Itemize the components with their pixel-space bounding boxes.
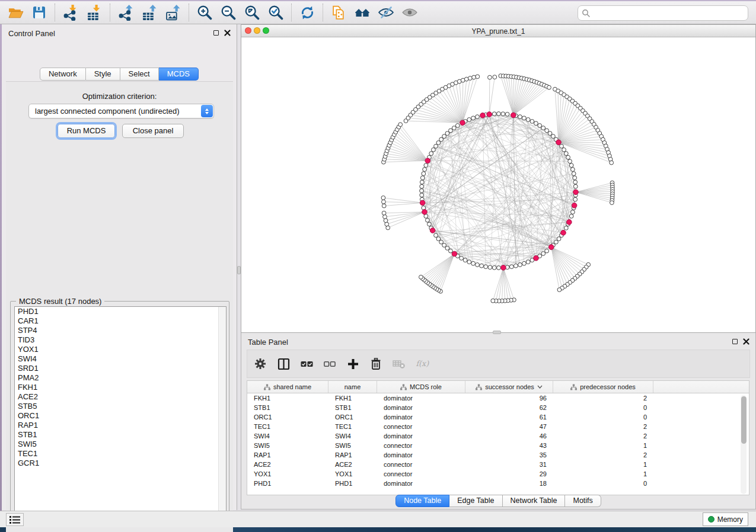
cell-shared-name[interactable]: ORC1: [247, 412, 328, 422]
mcds-result-item[interactable]: STP4: [15, 326, 226, 335]
cell-MCDS-role[interactable]: dominator: [377, 403, 465, 412]
mcds-result-item[interactable]: STB1: [15, 430, 226, 440]
cell-shared-name[interactable]: FKH1: [247, 393, 328, 403]
cell-MCDS-role[interactable]: dominator: [377, 393, 465, 403]
mcds-result-item[interactable]: YOX1: [15, 345, 226, 354]
run-mcds-button[interactable]: Run MCDS: [58, 124, 115, 138]
deselect-all-button[interactable]: [323, 357, 337, 371]
close-panel-icon[interactable]: [224, 30, 231, 36]
mcds-result-item[interactable]: SWI5: [15, 440, 226, 449]
table-row-PHD1[interactable]: PHD1PHD1dominator180: [247, 479, 749, 488]
table-row-RAP1[interactable]: RAP1RAP1dominator352: [247, 450, 749, 460]
cell-name[interactable]: RAP1: [328, 450, 377, 460]
cell-name[interactable]: FKH1: [328, 393, 377, 403]
cell-name[interactable]: SWI4: [328, 431, 377, 441]
cell-shared-name[interactable]: PHD1: [247, 479, 328, 488]
mcds-result-item[interactable]: PHD1: [15, 307, 226, 316]
cell-shared-name[interactable]: YOX1: [247, 469, 328, 479]
table-row-TEC1[interactable]: TEC1TEC1connector472: [247, 422, 749, 431]
close-panel-button[interactable]: Close panel: [122, 124, 184, 138]
cell-shared-name[interactable]: TEC1: [247, 422, 328, 431]
mcds-result-item[interactable]: TEC1: [15, 449, 226, 459]
float-panel-icon[interactable]: [732, 339, 738, 344]
apply-layout-button[interactable]: [295, 2, 319, 23]
cell-shared-name[interactable]: STB1: [247, 403, 328, 412]
cell-name[interactable]: ORC1: [328, 412, 377, 422]
table-settings-button[interactable]: [253, 357, 267, 371]
cell-successor-nodes[interactable]: 35: [465, 450, 553, 460]
export-image-button[interactable]: [161, 2, 185, 23]
task-history-button[interactable]: [6, 513, 24, 526]
column-header-successor-nodes[interactable]: successor nodes: [465, 381, 553, 393]
tab-mcds[interactable]: MCDS: [159, 68, 199, 81]
cell-shared-name[interactable]: SWI5: [247, 441, 328, 450]
horizontal-splitter-handle[interactable]: [493, 331, 501, 334]
cell-successor-nodes[interactable]: 47: [465, 422, 553, 431]
select-all-button[interactable]: [299, 357, 314, 371]
cell-predecessor-nodes[interactable]: 1: [553, 469, 653, 479]
tab-motifs[interactable]: Motifs: [565, 495, 601, 507]
search-input[interactable]: [578, 5, 748, 21]
mcds-result-item[interactable]: GCR1: [15, 459, 226, 468]
cell-successor-nodes[interactable]: 43: [465, 441, 553, 450]
cell-MCDS-role[interactable]: connector: [377, 441, 465, 450]
cell-predecessor-nodes[interactable]: 0: [553, 412, 653, 422]
column-header-predecessor-nodes[interactable]: predecessor nodes: [553, 381, 653, 393]
result-list-scrollbar[interactable]: [218, 307, 226, 517]
table-row-ACE2[interactable]: ACE2ACE2connector311: [247, 460, 749, 469]
open-session-button[interactable]: [4, 2, 27, 23]
table-scrollbar[interactable]: [741, 395, 747, 494]
cell-name[interactable]: SWI5: [328, 441, 377, 450]
add-column-button[interactable]: [346, 357, 360, 371]
show-all-button[interactable]: [398, 2, 422, 23]
memory-button[interactable]: Memory: [703, 512, 748, 526]
column-header-shared-name[interactable]: shared name: [247, 381, 328, 393]
network-window-titlebar[interactable]: YPA_prune.txt_1: [241, 25, 755, 37]
close-panel-icon[interactable]: [743, 338, 749, 345]
cell-successor-nodes[interactable]: 61: [465, 412, 553, 422]
mcds-result-item[interactable]: FKH1: [15, 383, 226, 392]
table-row-SWI5[interactable]: SWI5SWI5connector431: [247, 441, 749, 450]
mcds-result-item[interactable]: ACE2: [15, 392, 226, 402]
cell-shared-name[interactable]: ACE2: [247, 460, 328, 469]
export-table-button[interactable]: [138, 2, 161, 23]
save-session-button[interactable]: [27, 2, 51, 23]
tab-select[interactable]: Select: [120, 68, 159, 81]
table-row-YOX1[interactable]: YOX1YOX1connector291: [247, 469, 749, 479]
table-row-STB1[interactable]: STB1STB1dominator620: [247, 403, 749, 412]
criterion-dropdown[interactable]: largest connected component (undirected): [28, 104, 214, 118]
mcds-result-item[interactable]: TID3: [15, 335, 226, 345]
network-canvas[interactable]: [241, 37, 755, 332]
cell-shared-name[interactable]: RAP1: [247, 450, 328, 460]
cell-predecessor-nodes[interactable]: 1: [553, 441, 653, 450]
cell-predecessor-nodes[interactable]: 2: [553, 422, 653, 431]
show-columns-button[interactable]: [276, 357, 291, 371]
cell-predecessor-nodes[interactable]: 1: [553, 460, 653, 469]
cell-predecessor-nodes[interactable]: 2: [553, 431, 653, 441]
cell-name[interactable]: STB1: [328, 403, 377, 412]
mcds-result-item[interactable]: SWI4: [15, 354, 226, 364]
mcds-result-item[interactable]: PMA2: [15, 373, 226, 383]
import-table-button[interactable]: [82, 2, 106, 23]
cell-predecessor-nodes[interactable]: 0: [553, 479, 653, 488]
cell-predecessor-nodes[interactable]: 2: [553, 450, 653, 460]
mcds-result-item[interactable]: RAP1: [15, 421, 226, 430]
zoom-in-button[interactable]: [193, 2, 216, 23]
zoom-selected-button[interactable]: [264, 2, 288, 23]
cell-successor-nodes[interactable]: 31: [465, 460, 553, 469]
cell-MCDS-role[interactable]: connector: [377, 460, 465, 469]
cell-name[interactable]: TEC1: [328, 422, 377, 431]
zoom-out-button[interactable]: [216, 2, 240, 23]
cell-successor-nodes[interactable]: 96: [465, 393, 553, 403]
cell-MCDS-role[interactable]: dominator: [377, 412, 465, 422]
table-row-FKH1[interactable]: FKH1FKH1dominator962: [247, 393, 749, 403]
cell-successor-nodes[interactable]: 29: [465, 469, 553, 479]
import-network-button[interactable]: [59, 2, 82, 23]
tab-node-table[interactable]: Node Table: [395, 495, 449, 507]
table-scrollbar-thumb[interactable]: [741, 396, 747, 444]
cell-MCDS-role[interactable]: connector: [377, 422, 465, 431]
tab-edge-table[interactable]: Edge Table: [449, 495, 502, 507]
cell-name[interactable]: PHD1: [328, 479, 377, 488]
first-neighbors-button[interactable]: [350, 2, 374, 23]
tab-style[interactable]: Style: [86, 68, 120, 81]
